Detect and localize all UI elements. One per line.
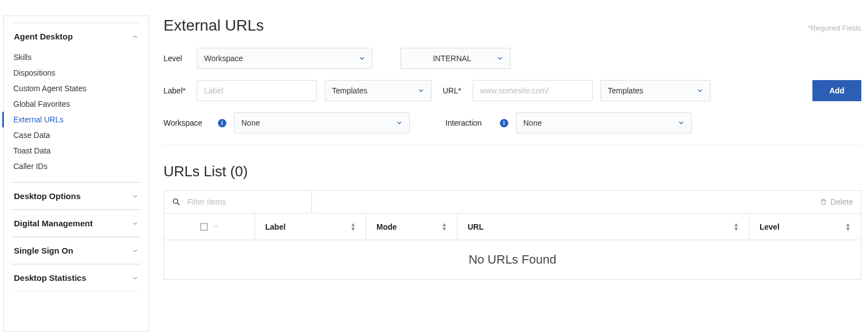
chevron-down-icon xyxy=(418,87,424,94)
chevron-down-icon xyxy=(132,220,138,227)
level-select-value: Workspace xyxy=(204,54,359,63)
table-header-row: Label ▲▼ Mode ▲▼ URL ▲▼ Level ▲▼ xyxy=(164,214,861,240)
sidebar-item-dispositions[interactable]: Dispositions xyxy=(2,65,141,81)
sidebar-section-title: Desktop Options xyxy=(14,191,81,201)
sort-icon: ▲▼ xyxy=(845,222,851,231)
sidebar-section-single-sign-on: Single Sign On xyxy=(12,237,141,264)
chevron-down-icon xyxy=(132,247,138,254)
chevron-down-icon xyxy=(396,120,403,126)
label-input[interactable]: Label xyxy=(197,80,317,101)
column-header-label[interactable]: Label ▲▼ xyxy=(255,214,366,240)
level-label: Level xyxy=(163,54,189,63)
select-all-checkbox[interactable] xyxy=(200,223,208,231)
level-select[interactable]: Workspace xyxy=(197,48,373,69)
sidebar-section-title: Agent Desktop xyxy=(14,32,73,41)
sidebar-section-title: Desktop Statistics xyxy=(14,273,86,283)
sidebar-header-single-sign-on[interactable]: Single Sign On xyxy=(12,237,141,264)
interaction-select-value: None xyxy=(523,118,678,127)
column-header-text: Level xyxy=(760,222,780,231)
section-divider xyxy=(163,145,861,145)
info-icon[interactable]: i xyxy=(218,119,226,127)
sidebar-section-agent-desktop: Agent Desktop Skills Dispositions Custom… xyxy=(12,23,141,182)
chevron-down-icon xyxy=(132,275,138,281)
sort-icon: ▲▼ xyxy=(442,222,447,231)
trash-icon xyxy=(820,198,827,206)
search-icon xyxy=(172,197,181,206)
workspace-select[interactable]: None xyxy=(234,112,410,133)
chevron-down-icon xyxy=(497,55,503,62)
filter-input[interactable] xyxy=(186,197,304,207)
column-select-all[interactable] xyxy=(164,214,255,240)
sidebar-section-desktop-statistics: Desktop Statistics xyxy=(12,264,141,291)
mode-select-value: INTERNAL xyxy=(408,54,497,63)
label-templates-value: Templates xyxy=(332,86,418,95)
sidebar-item-custom-agent-states[interactable]: Custom Agent States xyxy=(2,81,141,96)
label-templates-select[interactable]: Templates xyxy=(325,80,431,101)
sidebar-section-title: Single Sign On xyxy=(14,246,73,255)
chevron-down-icon xyxy=(678,120,685,126)
sidebar-section-title: Digital Management xyxy=(14,219,93,228)
add-button[interactable]: Add xyxy=(812,80,861,101)
sidebar-header-desktop-options[interactable]: Desktop Options xyxy=(12,183,141,209)
chevron-down-icon[interactable] xyxy=(212,222,219,231)
sidebar-item-global-favorites[interactable]: Global Favorites xyxy=(2,96,141,112)
empty-state-message: No URLs Found xyxy=(164,240,861,279)
sidebar-section-desktop-options: Desktop Options xyxy=(12,182,141,210)
label-field-label: Label* xyxy=(163,86,189,95)
chevron-down-icon xyxy=(132,193,138,200)
interaction-label: Interaction xyxy=(445,118,489,127)
url-input[interactable]: www.somesite.com/ xyxy=(473,80,593,101)
delete-button[interactable]: Delete xyxy=(812,191,861,213)
sidebar: Agent Desktop Skills Dispositions Custom… xyxy=(3,16,149,332)
delete-label: Delete xyxy=(831,197,853,206)
sort-icon: ▲▼ xyxy=(350,222,356,231)
url-field-label: URL* xyxy=(443,86,465,95)
sidebar-header-digital-management[interactable]: Digital Management xyxy=(12,210,141,236)
sidebar-item-toast-data[interactable]: Toast Data xyxy=(2,143,141,158)
url-templates-select[interactable]: Templates xyxy=(601,80,711,101)
sort-icon: ▲▼ xyxy=(733,222,739,231)
info-icon[interactable]: i xyxy=(500,119,508,127)
chevron-down-icon xyxy=(697,87,703,94)
page-title: External URLs xyxy=(163,17,264,34)
sidebar-items: Skills Dispositions Custom Agent States … xyxy=(12,49,141,182)
urls-list-title-text: URLs List xyxy=(163,163,226,180)
sidebar-header-agent-desktop[interactable]: Agent Desktop xyxy=(12,23,141,49)
column-header-text: Label xyxy=(265,222,286,231)
required-fields-note: *Required Fields xyxy=(808,24,861,32)
urls-list-title: URLs List (0) xyxy=(163,163,861,180)
main-content: External URLs *Required Fields Level Wor… xyxy=(149,0,868,332)
filter-box xyxy=(164,191,312,213)
column-header-text: Mode xyxy=(376,222,397,231)
sidebar-item-case-data[interactable]: Case Data xyxy=(2,127,141,143)
sidebar-item-skills[interactable]: Skills xyxy=(2,49,141,65)
sidebar-item-external-urls[interactable]: External URLs xyxy=(2,112,141,127)
sidebar-section-digital-management: Digital Management xyxy=(12,210,141,237)
sidebar-header-desktop-statistics[interactable]: Desktop Statistics xyxy=(12,265,141,291)
table-toolbar: Delete xyxy=(164,191,861,214)
chevron-down-icon xyxy=(359,55,365,62)
chevron-up-icon xyxy=(132,33,138,40)
column-header-level[interactable]: Level ▲▼ xyxy=(750,214,861,240)
sidebar-item-caller-ids[interactable]: Caller IDs xyxy=(2,158,141,174)
column-header-text: URL xyxy=(468,222,484,231)
svg-line-1 xyxy=(177,203,179,205)
svg-point-0 xyxy=(173,199,178,204)
url-templates-value: Templates xyxy=(608,86,697,95)
column-header-url[interactable]: URL ▲▼ xyxy=(458,214,750,240)
workspace-select-value: None xyxy=(241,118,396,127)
urls-table: Delete Label ▲▼ Mode ▲▼ URL ▲▼ xyxy=(163,190,861,280)
urls-list-count: 0 xyxy=(235,163,243,180)
workspace-label: Workspace xyxy=(163,118,207,127)
column-header-mode[interactable]: Mode ▲▼ xyxy=(366,214,458,240)
mode-select[interactable]: INTERNAL xyxy=(400,48,510,69)
interaction-select[interactable]: None xyxy=(516,112,692,133)
